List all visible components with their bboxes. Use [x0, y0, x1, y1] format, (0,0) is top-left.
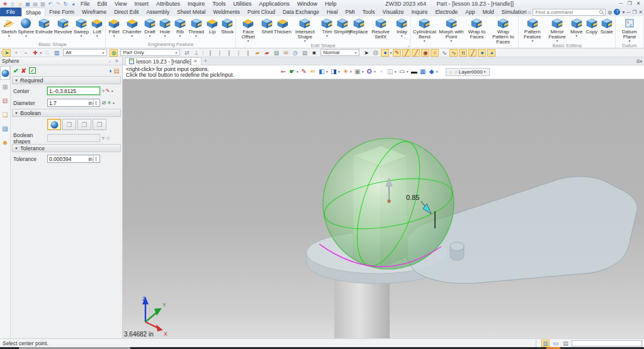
spinner-control[interactable]: ▲▼: [93, 155, 98, 163]
boolean-remove-icon[interactable]: ❒: [77, 119, 91, 130]
pin2-icon[interactable]: |: [215, 49, 223, 57]
image-tab-icon[interactable]: ▨: [0, 121, 10, 135]
ribbon-item-hole[interactable]: Hole▼: [157, 17, 172, 38]
snap-sphere1-icon[interactable]: ●: [478, 49, 486, 57]
snap-sphere2-icon[interactable]: ◕: [487, 49, 495, 57]
tolerance-input[interactable]: 0.000394in▲▼: [47, 155, 100, 163]
menu-file[interactable]: File: [77, 1, 94, 7]
minimize-icon[interactable]: ─: [616, 0, 625, 8]
black-pointer-icon[interactable]: ➤: [362, 49, 370, 57]
ribbon-item-thicken[interactable]: Thicken: [274, 17, 290, 38]
dropdown-caret-icon[interactable]: ▼: [325, 70, 329, 74]
tab-visualize[interactable]: Visualize: [379, 8, 408, 16]
exit-icon[interactable]: ⇐: [279, 67, 288, 76]
spinner-control[interactable]: ▲▼: [93, 99, 98, 107]
redo-icon[interactable]: ↷: [54, 1, 62, 8]
menu-help[interactable]: Help: [321, 1, 341, 7]
square-icon[interactable]: ▦: [419, 67, 427, 76]
mail-icon[interactable]: ✉: [281, 49, 290, 57]
frame-tab-icon[interactable]: ⊞: [0, 80, 10, 94]
ribbon-item-rib[interactable]: Rib▼: [172, 17, 188, 38]
window-list-icon[interactable]: ☰▾: [636, 59, 642, 64]
ribbon-item-fillet[interactable]: Fillet▼: [106, 17, 121, 38]
menu-applications[interactable]: Applications: [256, 1, 294, 7]
boolean-shapes-input[interactable]: [47, 134, 100, 142]
diameter-input[interactable]: 1.7in▲▼: [47, 99, 100, 107]
pick-hand-icon[interactable]: ☛: [288, 67, 297, 76]
tab-assembly[interactable]: Assembly: [142, 8, 173, 16]
dropdown-caret-icon[interactable]: ▼: [80, 35, 83, 38]
ribbon-item-thread[interactable]: Thread▼: [188, 17, 205, 38]
ribbon-item-revolve[interactable]: Revolve: [54, 17, 73, 38]
dropdown-caret-icon[interactable]: ▼: [449, 40, 453, 43]
tab-shape[interactable]: Shape: [21, 8, 46, 16]
render-combo[interactable]: Normal▼: [320, 49, 359, 56]
customize-caret-icon[interactable]: ◂: [69, 1, 77, 8]
web-icon[interactable]: ◍: [607, 9, 612, 15]
dropdown-caret-icon[interactable]: ▼: [436, 70, 439, 74]
photo-icon[interactable]: ▨: [272, 49, 280, 57]
command-search-input[interactable]: [533, 9, 606, 16]
menu-inquire[interactable]: Inquire: [184, 1, 209, 7]
tab-free-form[interactable]: Free Form: [45, 8, 78, 16]
pen-icon[interactable]: ✎: [300, 67, 308, 76]
dialog-launcher-icon[interactable]: ⌟: [407, 43, 409, 48]
ribbon-item-morph-with-point[interactable]: Morph with Point▼: [438, 17, 465, 43]
ribbon-item-scale[interactable]: Scale: [599, 17, 614, 38]
ribbon-item-replace[interactable]: Replace: [351, 17, 367, 38]
ribbon-item-copy[interactable]: Copy: [584, 17, 599, 38]
help-icon[interactable]: ?: [614, 9, 620, 15]
brush-icon[interactable]: ✏: [308, 67, 317, 76]
dropdown-caret-icon[interactable]: ▼: [400, 35, 404, 38]
apply-icon[interactable]: ✓: [29, 67, 36, 74]
dropdown-caret-icon[interactable]: ▼: [394, 70, 397, 74]
clock-icon[interactable]: ◷: [291, 49, 299, 57]
ribbon-item-sketch[interactable]: Sketch▼: [1, 17, 17, 38]
snap-line1-icon[interactable]: ╱: [402, 49, 410, 57]
tab-point-cloud[interactable]: Point Cloud: [244, 8, 279, 16]
document-tab[interactable]: lesson 19.Z3 - [Handle] ✕: [125, 57, 201, 65]
snap-pen-icon[interactable]: ✎: [393, 49, 401, 57]
pin4-icon[interactable]: |: [234, 49, 242, 57]
shape-icon[interactable]: ◆: [427, 67, 436, 76]
tab-direct-edit[interactable]: Direct Edit: [110, 8, 142, 16]
dropdown-caret-icon[interactable]: ▼: [8, 35, 11, 38]
ribbon-item-wrap-to-faces[interactable]: Wrap to Faces: [465, 17, 489, 43]
section-icon[interactable]: ◫: [386, 67, 395, 76]
offset-point-icon[interactable]: ✳: [107, 100, 111, 106]
dropdown-caret-icon[interactable]: ▼: [25, 35, 28, 38]
ribbon-item-loft[interactable]: Loft▼: [89, 17, 105, 38]
dropdown-caret-icon[interactable]: ▼: [96, 35, 99, 38]
float-icon[interactable]: ❐: [632, 9, 636, 15]
bounds-icon[interactable]: ▫: [377, 67, 386, 76]
collapse-caret-icon[interactable]: ▿: [102, 135, 105, 141]
ribbon-item-draft[interactable]: Draft▼: [142, 17, 157, 38]
dropdown-caret-icon[interactable]: ▼: [406, 70, 409, 74]
dropdown-caret-icon[interactable]: ▼: [39, 51, 42, 55]
snap-circle-dot-icon[interactable]: ◉: [421, 49, 429, 57]
tab-heal[interactable]: Heal: [323, 8, 341, 16]
menu-edit[interactable]: Edit: [94, 1, 111, 7]
dropdown-caret-icon[interactable]: ▼: [296, 70, 299, 74]
sphere-snap-icon[interactable]: ●: [381, 49, 389, 57]
tab-tools[interactable]: Tools: [359, 8, 379, 16]
dashed-circle-icon[interactable]: ◌: [43, 49, 51, 57]
close-panel-icon[interactable]: ✕: [113, 58, 120, 64]
section-header-boolean[interactable]: ▼Boolean: [12, 109, 121, 117]
menu-insert[interactable]: Insert: [130, 1, 152, 7]
menu-window[interactable]: Window: [293, 1, 321, 7]
dropdown-caret-icon[interactable]: ▼: [195, 35, 198, 38]
info-icon[interactable]: ◑: [108, 67, 112, 74]
boolean-sphere-icon[interactable]: [47, 119, 61, 130]
filter-combo[interactable]: All▼: [63, 49, 107, 56]
snap-wave-icon[interactable]: ∿: [440, 49, 448, 57]
center-input[interactable]: 1,-0,3.8125: [47, 87, 100, 95]
minimize-ribbon-icon[interactable]: ─: [626, 9, 630, 15]
folder-red-icon[interactable]: ▰: [263, 49, 271, 57]
help-caret-icon[interactable]: ▾: [622, 9, 624, 15]
cube-dark-icon[interactable]: ◨: [329, 67, 338, 76]
ribbon-item-intersect-shape[interactable]: Intersect Shape▼: [290, 17, 319, 43]
snap-wave2-icon[interactable]: ∿: [449, 49, 458, 57]
ribbon-item-sweep[interactable]: Sweep▼: [73, 17, 89, 38]
tab-mold[interactable]: Mold: [478, 8, 497, 16]
